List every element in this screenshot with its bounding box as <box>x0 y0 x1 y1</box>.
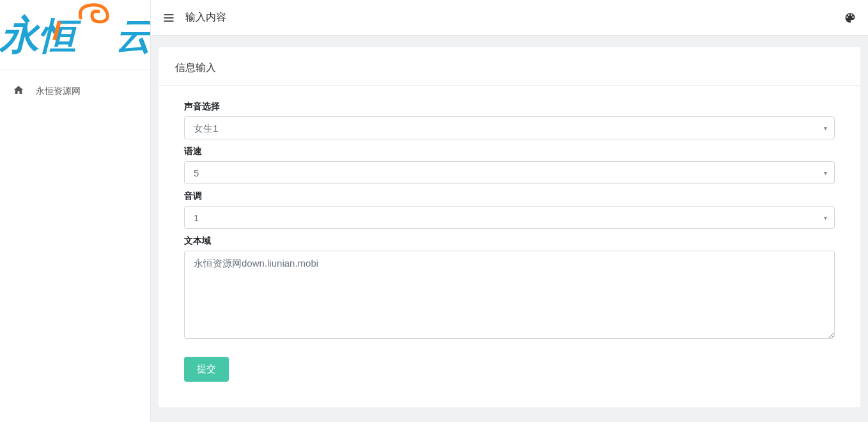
form-card: 信息输入 声音选择 女生1 语速 <box>159 47 860 407</box>
card-header: 信息输入 <box>159 47 860 85</box>
speed-select[interactable]: 5 <box>184 161 835 184</box>
pitch-label: 音调 <box>184 191 835 202</box>
voice-label: 声音选择 <box>184 101 835 113</box>
logo: 永 恒 云 <box>0 0 150 70</box>
sidebar-item-label: 永恒资源网 <box>36 86 81 97</box>
submit-button[interactable]: 提交 <box>184 357 229 382</box>
textarea-label: 文本域 <box>184 235 835 247</box>
logo-swirl-icon <box>76 12 114 49</box>
sidebar-item-home[interactable]: 永恒资源网 <box>0 77 150 106</box>
sidebar: 永 恒 云 永恒资源网 <box>0 0 151 422</box>
content-textarea[interactable] <box>184 251 835 339</box>
speed-label: 语速 <box>184 146 835 157</box>
pitch-select[interactable]: 1 <box>184 206 835 229</box>
menu-toggle-icon[interactable] <box>162 12 175 24</box>
palette-icon[interactable] <box>844 12 856 24</box>
topbar: 输入内容 <box>151 0 868 36</box>
logo-char-2: 恒 <box>39 12 75 61</box>
home-icon <box>13 84 24 98</box>
logo-char-3: 云 <box>116 12 151 61</box>
voice-select[interactable]: 女生1 <box>184 116 835 139</box>
sidebar-nav: 永恒资源网 <box>0 70 150 112</box>
page-title: 输入内容 <box>185 11 226 24</box>
logo-char-1: 永 <box>0 8 38 62</box>
